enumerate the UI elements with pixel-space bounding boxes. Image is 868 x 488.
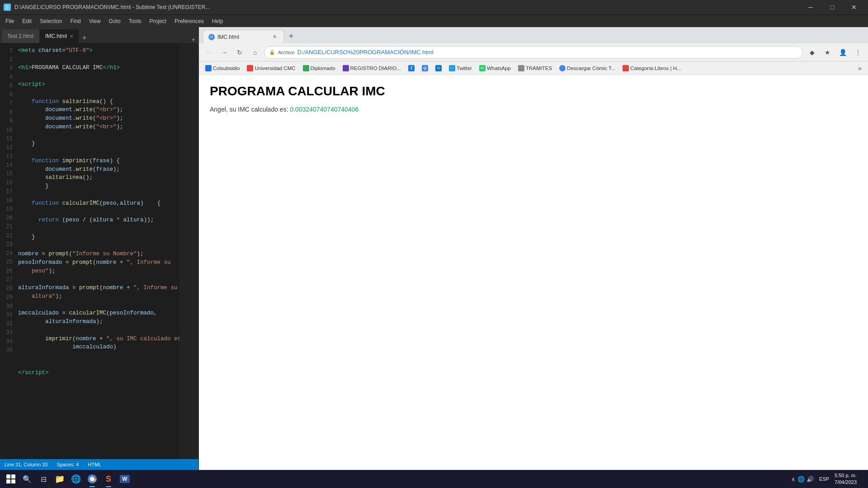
editor-tab-imc-label: IMC.html: [45, 33, 67, 39]
title-bar-left: S D:\ANGEL\CURSO PROGRAMACIÓN\IMC.html -…: [4, 4, 210, 11]
bookmark-twitter[interactable]: 🐦 Twitter: [446, 64, 475, 73]
bookmark-facebook-icon: f: [408, 65, 415, 71]
title-bar: S D:\ANGEL\CURSO PROGRAMACIÓN\IMC.html -…: [0, 0, 868, 14]
menu-bar: File Edit Selection Find View Goto Tools…: [0, 14, 868, 27]
forward-button[interactable]: →: [218, 46, 231, 59]
browser-panel: H IMC.html ✕ + ← → ↻ ⌂ 🔒 Archivo D:/ANGE…: [199, 27, 868, 470]
browser-tab-close[interactable]: ✕: [271, 33, 278, 41]
window-controls: ─ □ ✕: [800, 0, 864, 14]
menu-tools[interactable]: Tools: [125, 17, 145, 26]
maximize-button[interactable]: □: [822, 0, 843, 14]
profile-button[interactable]: 👤: [836, 46, 849, 59]
code-text[interactable]: <meta charset="UTF-8"> <h1>PROGRAMA CALC…: [16, 43, 179, 459]
browser-tab-imc[interactable]: H IMC.html ✕: [203, 30, 284, 43]
editor-panel: Test 2.html IMC.html ✕ + ▾ 12345 678910 …: [0, 27, 199, 470]
clock-date: 7/04/2023: [835, 479, 857, 486]
code-editor[interactable]: 12345 678910 1112131415 1617181920 21222…: [0, 43, 198, 459]
bookmark-registro-label: REGISTRO DIARIO...: [350, 66, 401, 71]
bookmark-tramites[interactable]: TRÁMITES: [515, 64, 555, 73]
bookmark-universidad[interactable]: Universidad CMC: [244, 64, 298, 73]
editor-tab-imc[interactable]: IMC.html ✕: [40, 29, 79, 43]
menu-selection[interactable]: Selection: [36, 17, 66, 26]
bookmark-comic[interactable]: Descargar Cómic T...: [557, 64, 618, 73]
browser-content: PROGRAMA CALCULAR IMC Angel, su IMC calc…: [199, 75, 868, 470]
edge-icon: 🌐: [71, 474, 81, 484]
bookmark-colsubsidio[interactable]: Colsubsidio: [203, 64, 242, 73]
bookmark-universidad-label: Universidad CMC: [255, 66, 295, 71]
taskbar-volume[interactable]: 🔊: [807, 476, 814, 483]
bookmark-tramites-label: TRÁMITES: [526, 66, 552, 71]
menu-find[interactable]: Find: [66, 17, 84, 26]
taskbar-arrow-up[interactable]: ∧: [791, 476, 796, 483]
reload-button[interactable]: ↻: [233, 46, 246, 59]
search-icon: 🔍: [23, 475, 32, 483]
bookmark-registro[interactable]: REGISTRO DIARIO...: [340, 64, 404, 73]
bookmark-twitter-label: Twitter: [457, 66, 472, 71]
back-button[interactable]: ←: [203, 46, 215, 59]
taskbar-sublime[interactable]: S: [101, 472, 116, 486]
menu-help[interactable]: Help: [208, 17, 227, 26]
bookmark-whatsapp[interactable]: W WhatsApp: [476, 64, 514, 73]
menu-view[interactable]: View: [85, 17, 104, 26]
url-text: D:/ANGEL/CURSO%20PROGRAMACIÓN/IMC.html: [297, 49, 798, 56]
address-bar-row: ← → ↻ ⌂ 🔒 Archivo D:/ANGEL/CURSO%20PROGR…: [199, 43, 868, 61]
new-tab-button[interactable]: +: [80, 34, 89, 42]
menu-edit[interactable]: Edit: [19, 17, 35, 26]
taskbar-clock[interactable]: 5:50 p. m. 7/04/2023: [835, 472, 857, 486]
taskbar-chrome[interactable]: [85, 472, 99, 486]
bookmark-libros-icon: [623, 65, 629, 71]
bookmark-twitter-icon: 🐦: [449, 65, 455, 71]
clock-time: 5:50 p. m.: [835, 472, 857, 479]
bookmarks-more-button[interactable]: »: [855, 64, 864, 73]
bookmark-outlook[interactable]: O: [433, 64, 444, 73]
imc-value: 0.003240740740740406: [290, 106, 359, 113]
editor-tab-test2[interactable]: Test 2.html: [2, 29, 39, 43]
bookmarks-bar: Colsubsidio Universidad CMC Diplomado RE…: [199, 61, 868, 75]
lock-icon: 🔒: [269, 49, 275, 55]
taskbar: 🔍 ⊟ 📁 🌐 S W ∧ 🌐 🔊 ESP 5:50 p. m.: [0, 470, 868, 488]
app-icon: S: [4, 4, 11, 11]
taskbar-network[interactable]: 🌐: [797, 476, 805, 483]
home-button[interactable]: ⌂: [249, 46, 261, 59]
chrome-icon: [88, 474, 97, 483]
page-heading: PROGRAMA CALCULAR IMC: [210, 84, 857, 99]
menu-project[interactable]: Project: [146, 17, 170, 26]
bookmark-comic-icon: [559, 65, 566, 71]
bookmark-diplomado-icon: [303, 65, 309, 71]
close-button[interactable]: ✕: [844, 0, 864, 14]
browser-tab-favicon: H: [208, 34, 215, 40]
taskbar-edge[interactable]: 🌐: [69, 472, 83, 486]
window-title: D:\ANGEL\CURSO PROGRAMACIÓN\IMC.html - S…: [14, 4, 210, 10]
tab-dropdown[interactable]: ▾: [192, 37, 195, 43]
spaces-indicator: Spaces: 4: [57, 462, 79, 467]
bookmark-colsubsidio-icon: [205, 65, 212, 71]
taskbar-taskview[interactable]: ⊟: [36, 472, 51, 486]
bookmark-google[interactable]: G: [419, 64, 431, 73]
bookmark-libros[interactable]: Categoría:Libros | H...: [620, 64, 684, 73]
syntax-indicator: HTML: [88, 462, 101, 467]
bookmark-diplomado[interactable]: Diplomado: [300, 64, 338, 73]
bookmark-facebook[interactable]: f: [406, 64, 417, 73]
bookmark-star-button[interactable]: ★: [821, 46, 834, 59]
extensions-button[interactable]: ◆: [806, 46, 818, 59]
address-bar[interactable]: 🔒 Archivo D:/ANGEL/CURSO%20PROGRAMACIÓN/…: [264, 46, 803, 59]
menu-file[interactable]: File: [2, 17, 18, 26]
taskbar-right: ∧ 🌐 🔊 ESP 5:50 p. m. 7/04/2023: [791, 472, 864, 486]
settings-button[interactable]: ⋮: [852, 46, 864, 59]
taskbar-explorer[interactable]: 📁: [52, 472, 67, 486]
taskview-icon: ⊟: [41, 475, 47, 483]
taskbar-word[interactable]: W: [118, 472, 132, 486]
menu-preferences[interactable]: Preferences: [171, 17, 208, 26]
main-area: Test 2.html IMC.html ✕ + ▾ 12345 678910 …: [0, 27, 868, 470]
bookmark-libros-label: Categoría:Libros | H...: [630, 66, 681, 71]
language-indicator[interactable]: ESP: [817, 475, 831, 483]
cursor-position: Line 31, Column 33: [5, 462, 47, 467]
editor-tab-imc-close[interactable]: ✕: [70, 34, 73, 39]
minimize-button[interactable]: ─: [800, 0, 821, 14]
start-button[interactable]: [4, 472, 18, 486]
new-browser-tab-button[interactable]: +: [285, 30, 297, 42]
windows-logo: [6, 474, 15, 483]
taskbar-search[interactable]: 🔍: [20, 472, 34, 486]
menu-goto[interactable]: Goto: [105, 17, 124, 26]
browser-tab-label: IMC.html: [217, 34, 269, 40]
